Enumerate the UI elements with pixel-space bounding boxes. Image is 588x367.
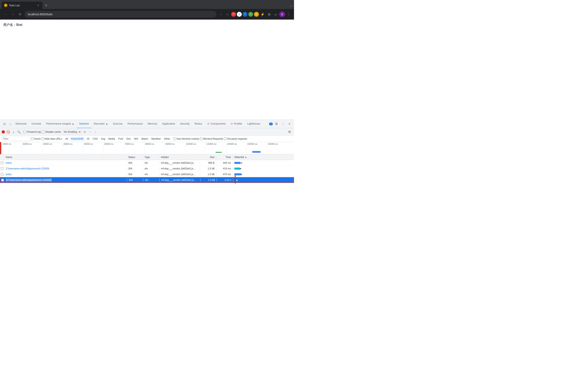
record-button[interactable] <box>2 130 5 133</box>
blocked-requests-checkbox[interactable]: Blocked Requests <box>200 137 223 140</box>
devtools-close-button[interactable]: × <box>287 121 292 127</box>
extension4-icon[interactable]: C <box>248 12 253 17</box>
filter-img[interactable]: Img <box>100 137 106 141</box>
throttle-select[interactable]: No throttling <box>62 130 81 134</box>
col-header-initiator[interactable]: Initiator <box>159 156 200 159</box>
row-status: 304 <box>127 161 143 164</box>
active-tab[interactable]: Todo List × <box>2 2 43 9</box>
filter-js[interactable]: JS <box>85 137 91 141</box>
tab-components[interactable]: ⚛ Components <box>205 120 228 128</box>
back-button[interactable]: ← <box>2 11 8 17</box>
row-time: 446 ms <box>216 161 233 164</box>
row-checkbox[interactable] <box>1 173 3 175</box>
filter-button[interactable]: ⊥ <box>11 130 16 134</box>
clear-button[interactable]: 🚫 <box>6 130 10 134</box>
third-party-checkbox[interactable]: 3rd-party requests <box>224 137 247 140</box>
tab-close-button[interactable]: × <box>36 3 40 7</box>
components-icon: ⚛ <box>207 122 210 125</box>
extensions-icon[interactable]: ⊞ <box>266 11 272 17</box>
row-waterfall: ▶ <box>233 167 294 170</box>
extension5-icon[interactable]: G <box>254 12 259 17</box>
filter-input[interactable] <box>2 137 30 141</box>
devtools-settings-button[interactable]: ⚙ <box>274 121 279 127</box>
tab-recorder[interactable]: Recorder ▲ <box>91 120 111 128</box>
reload-button[interactable]: ↻ <box>17 11 23 17</box>
share-icon[interactable]: ↑ <box>218 11 224 17</box>
devtools-tab-bar: ⊡ ⬚ Elements Console Performance insight… <box>0 120 294 128</box>
table-row[interactable]: 1?username=admin&password=123456 304 xhr… <box>0 166 294 171</box>
row-checkbox[interactable] <box>1 179 4 182</box>
cast-icon[interactable]: ▭ <box>273 11 278 17</box>
col-header-size[interactable]: Size <box>200 156 216 159</box>
tab-performance-insights[interactable]: Performance insights ▲ <box>44 120 77 128</box>
hide-data-urls-checkbox[interactable]: Hide data URLs <box>41 137 62 140</box>
devtools-more-button[interactable]: ⋮ <box>280 121 286 127</box>
filter-manifest[interactable]: Manifest <box>150 137 162 141</box>
tab-performance[interactable]: Performance <box>125 120 145 128</box>
menu-icon[interactable]: ⋮ <box>286 11 292 17</box>
filter-media[interactable]: Media <box>107 137 116 141</box>
row-waterfall: ◀ <box>233 162 294 164</box>
disable-cache-checkbox[interactable]: Disable cache <box>42 131 61 133</box>
row-name: 1?username=admin&password=123456 <box>4 167 127 170</box>
forward-button[interactable]: → <box>10 11 16 17</box>
filter-ws[interactable]: WS <box>133 137 139 141</box>
filter-all[interactable]: All <box>64 137 69 141</box>
extension1-icon[interactable]: 🛡 <box>231 12 236 17</box>
download-button[interactable]: ↓ <box>93 130 97 134</box>
tab-menu-button[interactable]: ⌄ <box>290 3 292 7</box>
filter-css[interactable]: CSS <box>91 137 99 141</box>
preserve-log-checkbox[interactable]: Preserve log <box>24 131 41 133</box>
tab-lighthouse[interactable]: Lighthouse <box>245 120 263 128</box>
row-size: 998 B <box>200 161 216 164</box>
invert-checkbox[interactable]: Invert <box>31 137 40 140</box>
col-header-name[interactable]: Name <box>4 156 127 159</box>
col-header-status[interactable]: Status <box>127 156 143 159</box>
filter-font[interactable]: Font <box>117 137 124 141</box>
network-settings-button[interactable]: ⚙ <box>287 129 292 135</box>
col-header-time[interactable]: Time <box>216 156 233 159</box>
tab-memory[interactable]: Memory <box>145 120 160 128</box>
tab-redux[interactable]: Redux <box>192 120 205 128</box>
new-tab-button[interactable]: + <box>43 2 49 8</box>
search-button[interactable]: 🔍 <box>17 130 21 134</box>
table-row[interactable]: todos 304 xhr mf-dep___vendor.1b6f2de3.j… <box>0 160 294 166</box>
row-checkbox[interactable] <box>1 161 3 164</box>
tab-application[interactable]: Application <box>160 120 178 128</box>
col-header-type[interactable]: Type <box>143 156 159 159</box>
lightning-icon[interactable]: ⚡ <box>260 11 265 17</box>
filter-other[interactable]: Other <box>163 137 171 141</box>
devtools-device-mode[interactable]: ⬚ <box>7 121 13 127</box>
network-table[interactable]: Name Status Type Initiator Size Time Wat… <box>0 154 294 184</box>
tab-console[interactable]: Console <box>29 120 44 128</box>
tab-network[interactable]: Network <box>77 120 91 128</box>
extension2-icon[interactable]: ⊕ <box>237 12 242 17</box>
back-icon: ← <box>4 12 7 16</box>
timeline-ruler[interactable]: 10000 ms 20000 ms 30000 ms 40000 ms 5000… <box>1 142 294 154</box>
row-status: 304 <box>127 173 143 176</box>
export-button[interactable]: ↑ <box>88 130 92 134</box>
filter-doc[interactable]: Doc <box>125 137 132 141</box>
row-checkbox[interactable] <box>1 167 3 170</box>
has-blocked-cookies-checkbox[interactable]: Has blocked cookies <box>173 137 199 140</box>
tab-elements[interactable]: Elements <box>13 120 29 128</box>
address-input[interactable] <box>25 11 216 18</box>
extension3-icon[interactable]: T <box>242 12 247 17</box>
tab-sources[interactable]: Sources <box>111 120 125 128</box>
devtools-tab-end: 1 ⚙ ⋮ × <box>269 121 292 127</box>
devtools-element-picker[interactable]: ⊡ <box>2 121 7 127</box>
filter-bar: Invert Hide data URLs | All Fetch/XHR JS… <box>0 136 294 142</box>
col-header-waterfall[interactable]: Waterfall ▲ <box>233 156 294 159</box>
row-name: todos <box>4 173 127 176</box>
timeline-tick-1: 20000 ms <box>22 143 42 154</box>
tab-favicon <box>4 4 7 7</box>
timeline-bar: 10000 ms 20000 ms 30000 ms 40000 ms 5000… <box>0 142 294 154</box>
profile-icon[interactable]: B <box>279 11 285 17</box>
table-row[interactable]: 1?username=admin&password=123456 304 xhr… <box>0 177 294 183</box>
tab-profiler[interactable]: ⚛ Profiler <box>228 120 245 128</box>
tab-security[interactable]: Security <box>178 120 192 128</box>
import-button[interactable]: ⊙ <box>83 130 87 134</box>
filter-wasm[interactable]: Wasm <box>140 137 149 141</box>
bookmark-icon[interactable]: ☆ <box>225 11 230 17</box>
filter-fetch-xhr[interactable]: Fetch/XHR <box>70 137 85 141</box>
